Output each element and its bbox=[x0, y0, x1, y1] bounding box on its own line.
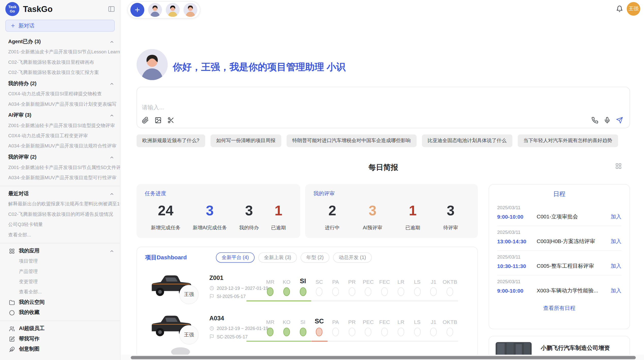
microphone-icon[interactable] bbox=[604, 117, 611, 124]
join-button[interactable]: 加入 bbox=[611, 262, 621, 270]
send-icon[interactable] bbox=[616, 117, 623, 124]
suggestion-chip[interactable]: 欧洲新规最近颁布了什么? bbox=[137, 134, 205, 147]
chat-input[interactable] bbox=[141, 103, 513, 111]
image-upload-icon[interactable] bbox=[155, 117, 162, 124]
app-link[interactable]: 项目管理 bbox=[8, 256, 120, 266]
milestone-dot bbox=[414, 328, 421, 336]
sidebar-item-help-me-write[interactable]: 帮我写作 bbox=[8, 334, 120, 344]
sidebar-item-my-apps[interactable]: 我的应用 bbox=[8, 246, 120, 256]
milestone-label: LS bbox=[414, 316, 421, 325]
milestone-label: KO bbox=[283, 276, 290, 285]
user-avatar[interactable]: 王强 bbox=[627, 2, 640, 16]
join-button[interactable]: 加入 bbox=[611, 287, 621, 294]
filter-pill[interactable]: 年型 (2) bbox=[301, 252, 329, 263]
schedule-title: 日程 bbox=[497, 190, 621, 198]
attachment-icon[interactable] bbox=[142, 117, 149, 124]
chevron-up-icon[interactable] bbox=[109, 155, 114, 160]
sidebar-item-cloud-space[interactable]: 我的云空间 bbox=[8, 297, 120, 307]
milestone: FEC bbox=[376, 276, 393, 296]
sidebar-task-item[interactable]: C02-飞腾新能源轻客改款项目立项汇报方案 bbox=[8, 67, 120, 78]
recent-chat-item[interactable]: C02-飞腾新能源轻客改款项目的闭环通告反馈情况 bbox=[8, 209, 120, 219]
section-header-my-review[interactable]: 我的评审 (2) bbox=[8, 152, 120, 162]
member-avatar[interactable] bbox=[166, 3, 180, 17]
milestone-label: FEC bbox=[379, 316, 390, 325]
add-session-button[interactable] bbox=[130, 3, 144, 17]
milestone-label: PR bbox=[348, 316, 356, 325]
suggestion-chip[interactable]: 当下年轻人对汽车外观有怎样的喜好趋势 bbox=[518, 134, 618, 147]
filter-pill[interactable]: 全新平台 (4) bbox=[216, 252, 255, 263]
app-link[interactable]: 查看全部... bbox=[8, 287, 120, 297]
section-header-recent-chats[interactable]: 最近对话 bbox=[8, 189, 120, 199]
stat-label: 待评审 bbox=[443, 224, 458, 231]
view-all-schedule-link[interactable]: 查看所有日程 bbox=[497, 300, 621, 312]
sidebar-task-item[interactable]: C02-飞腾新能源轻客改款项目里程碑画布 bbox=[8, 57, 120, 67]
suggestion-chip[interactable]: 比亚迪全固态电池计划具体说了什么 bbox=[422, 134, 512, 147]
chevron-up-icon[interactable] bbox=[109, 113, 114, 118]
milestone: LS bbox=[409, 276, 425, 296]
recent-chat-item[interactable]: 查看全部... bbox=[8, 230, 120, 240]
milestone-dot bbox=[283, 328, 290, 336]
clock-icon bbox=[209, 286, 214, 291]
milestone-label: LR bbox=[398, 316, 404, 325]
sidebar-task-item[interactable]: C0X4-动力总成开发项目工程变更评审 bbox=[8, 131, 120, 141]
join-button[interactable]: 加入 bbox=[611, 238, 621, 245]
sidebar-item-ai-super-staff[interactable]: AI超级员工 bbox=[8, 323, 120, 334]
sidebar-task-item[interactable]: Z001-全新燃油轻卡产品开发项目SI节点属性5D文件评审 bbox=[8, 162, 120, 173]
suggestion-chip[interactable]: 特朗普可能对进口汽车增税会对中国车企造成哪些影响 bbox=[286, 134, 416, 147]
chevron-up-icon[interactable] bbox=[109, 81, 114, 86]
milestone: LR bbox=[393, 316, 409, 336]
milestone-label: SC bbox=[316, 276, 323, 285]
task-progress-card: 任务进度 24 新增完成任务 3 新增AI完成任务 3 我的待办 1 已逾期 bbox=[137, 184, 300, 238]
app-link[interactable]: 变更管理 bbox=[8, 277, 120, 287]
sidebar-task-item[interactable]: A034-全新新能源MUV产品开发项目造型可行性评审 bbox=[8, 173, 120, 183]
logo-text-bottom: Go bbox=[10, 9, 15, 13]
member-avatar[interactable] bbox=[148, 3, 162, 17]
chat-composer bbox=[137, 87, 630, 128]
milestone: PR bbox=[344, 316, 360, 336]
sidebar-task-item[interactable]: A034-全新新能源MUV产品开发项目法规符合性评审 bbox=[8, 141, 120, 151]
join-button[interactable]: 加入 bbox=[611, 213, 621, 220]
new-chat-button[interactable]: 新对话 bbox=[5, 20, 115, 32]
plus-icon bbox=[134, 7, 141, 13]
chevron-up-icon[interactable] bbox=[109, 248, 114, 253]
section-header-ai-review[interactable]: AI评审 (3) bbox=[8, 110, 120, 120]
sidebar-item-creative-drawing[interactable]: 创意制图 bbox=[8, 344, 120, 354]
voice-call-icon[interactable] bbox=[591, 117, 598, 124]
milestone-label: J1 bbox=[431, 316, 436, 325]
notifications-bell-icon[interactable] bbox=[616, 5, 623, 12]
milestone-dot bbox=[381, 328, 388, 336]
recent-chat-item[interactable]: 解释最新出台的欧盟报废车法规再生塑料比例被调至15%... bbox=[8, 199, 120, 209]
recent-chat-item[interactable]: 公司Q3轻卡销量 bbox=[8, 219, 120, 230]
filter-pill[interactable]: 动总开发 (1) bbox=[333, 252, 372, 263]
chevron-up-icon[interactable] bbox=[109, 191, 114, 196]
sidebar-task-item[interactable]: Z001-全新燃油皮卡产品开发项目SI节点Lesson Learn报告 bbox=[8, 47, 120, 57]
horizontal-scrollbar[interactable] bbox=[131, 356, 636, 359]
section-header-my-todo[interactable]: 我的待办 (2) bbox=[8, 79, 120, 89]
milestone-label: PEC bbox=[363, 316, 374, 325]
app-link[interactable]: 产品管理 bbox=[8, 266, 120, 277]
section-header-agent-done[interactable]: Agent已办 (3) bbox=[8, 37, 120, 47]
stat-value: 3 bbox=[245, 200, 253, 221]
milestone-dot bbox=[381, 287, 388, 296]
stat: 3 新增AI完成任务 bbox=[193, 200, 227, 231]
member-avatar[interactable] bbox=[183, 3, 197, 17]
sidebar-task-item[interactable]: A034-全新新能源MUV产品开发项目计划变更表编写 bbox=[8, 99, 120, 109]
sidebar-task-item[interactable]: Z001-全新燃油轻卡产品开发项目SI造型提交物评审 bbox=[8, 121, 120, 131]
card-title: 我的评审 bbox=[313, 190, 470, 197]
project-row[interactable]: 王强 Z001 2023-12-19 ~ 2027-01-19 SI-2025-… bbox=[137, 267, 477, 308]
screenshot-scissors-icon[interactable] bbox=[167, 117, 174, 124]
sidebar-item-favorites[interactable]: 我的收藏 bbox=[8, 307, 120, 318]
milestone-label: PEC bbox=[363, 276, 374, 285]
project-row[interactable]: 王强 A034 2023-12-19 ~ 2026-01-19 SC-2025-… bbox=[137, 307, 477, 348]
filter-pill[interactable]: 全新上装 (3) bbox=[258, 252, 297, 263]
divider bbox=[0, 321, 120, 321]
chevron-up-icon[interactable] bbox=[109, 39, 114, 44]
milestone-dot bbox=[316, 287, 323, 296]
milestone-dot bbox=[365, 328, 372, 336]
suggestion-chip[interactable]: 如何写一份清晰的项目周报 bbox=[210, 134, 281, 147]
sidebar-collapse-icon[interactable] bbox=[108, 5, 115, 13]
briefing-layout-grid-icon[interactable] bbox=[615, 163, 622, 169]
milestone-label: LR bbox=[398, 276, 404, 285]
sidebar-task-item[interactable]: C0X4-动力总成开发项目SI里程碑提交物检查 bbox=[8, 89, 120, 99]
milestone: MR bbox=[262, 316, 278, 336]
